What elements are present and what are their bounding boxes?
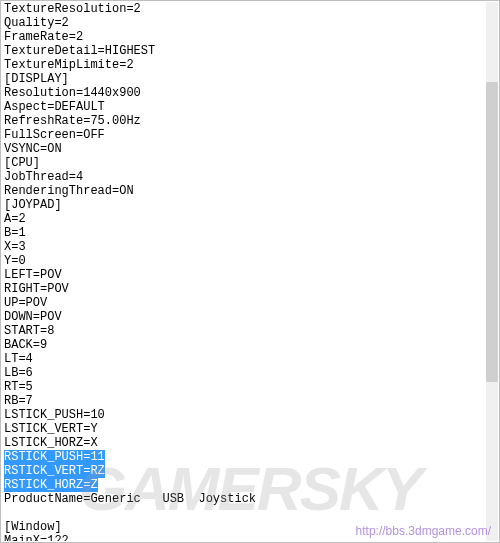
- config-line[interactable]: ProductName=Generic USB Joystick: [4, 492, 485, 506]
- config-line[interactable]: FrameRate=2: [4, 30, 485, 44]
- config-line[interactable]: [4, 506, 485, 520]
- config-line[interactable]: TextureMipLimite=2: [4, 58, 485, 72]
- config-line[interactable]: RT=5: [4, 380, 485, 394]
- config-line[interactable]: [Window]: [4, 520, 485, 534]
- config-line[interactable]: [CPU]: [4, 156, 485, 170]
- config-line[interactable]: LB=6: [4, 366, 485, 380]
- config-line[interactable]: RSTICK_VERT=RZ: [4, 464, 485, 478]
- config-line[interactable]: MainX=122: [4, 534, 485, 541]
- text-content[interactable]: TextureResolution=2Quality=2FrameRate=2T…: [4, 2, 485, 541]
- config-line[interactable]: DOWN=POV: [4, 310, 485, 324]
- config-line[interactable]: JobThread=4: [4, 170, 485, 184]
- selected-text[interactable]: RSTICK_PUSH=11: [4, 450, 105, 464]
- config-line[interactable]: RIGHT=POV: [4, 282, 485, 296]
- config-line[interactable]: FullScreen=OFF: [4, 128, 485, 142]
- config-line[interactable]: VSYNC=ON: [4, 142, 485, 156]
- vertical-scrollbar[interactable]: [486, 2, 498, 541]
- config-line[interactable]: LEFT=POV: [4, 268, 485, 282]
- config-line[interactable]: B=1: [4, 226, 485, 240]
- config-line[interactable]: Aspect=DEFAULT: [4, 100, 485, 114]
- config-line[interactable]: BACK=9: [4, 338, 485, 352]
- config-line[interactable]: LT=4: [4, 352, 485, 366]
- scroll-thumb[interactable]: [486, 82, 498, 382]
- config-line[interactable]: START=8: [4, 324, 485, 338]
- config-line[interactable]: RenderingThread=ON: [4, 184, 485, 198]
- editor-window: TextureResolution=2Quality=2FrameRate=2T…: [0, 0, 500, 543]
- config-line[interactable]: [JOYPAD]: [4, 198, 485, 212]
- config-line[interactable]: A=2: [4, 212, 485, 226]
- config-line[interactable]: RB=7: [4, 394, 485, 408]
- config-line[interactable]: RefreshRate=75.00Hz: [4, 114, 485, 128]
- config-line[interactable]: Resolution=1440x900: [4, 86, 485, 100]
- config-line[interactable]: UP=POV: [4, 296, 485, 310]
- config-line[interactable]: LSTICK_HORZ=X: [4, 436, 485, 450]
- config-line[interactable]: TextureDetail=HIGHEST: [4, 44, 485, 58]
- config-line[interactable]: Y=0: [4, 254, 485, 268]
- config-line[interactable]: X=3: [4, 240, 485, 254]
- selected-text[interactable]: RSTICK_VERT=RZ: [4, 464, 105, 478]
- config-line[interactable]: TextureResolution=2: [4, 2, 485, 16]
- config-line[interactable]: RSTICK_PUSH=11: [4, 450, 485, 464]
- selected-text[interactable]: RSTICK_HORZ=Z: [4, 478, 98, 492]
- config-line[interactable]: LSTICK_PUSH=10: [4, 408, 485, 422]
- config-line[interactable]: RSTICK_HORZ=Z: [4, 478, 485, 492]
- config-line[interactable]: Quality=2: [4, 16, 485, 30]
- config-line[interactable]: LSTICK_VERT=Y: [4, 422, 485, 436]
- config-line[interactable]: [DISPLAY]: [4, 72, 485, 86]
